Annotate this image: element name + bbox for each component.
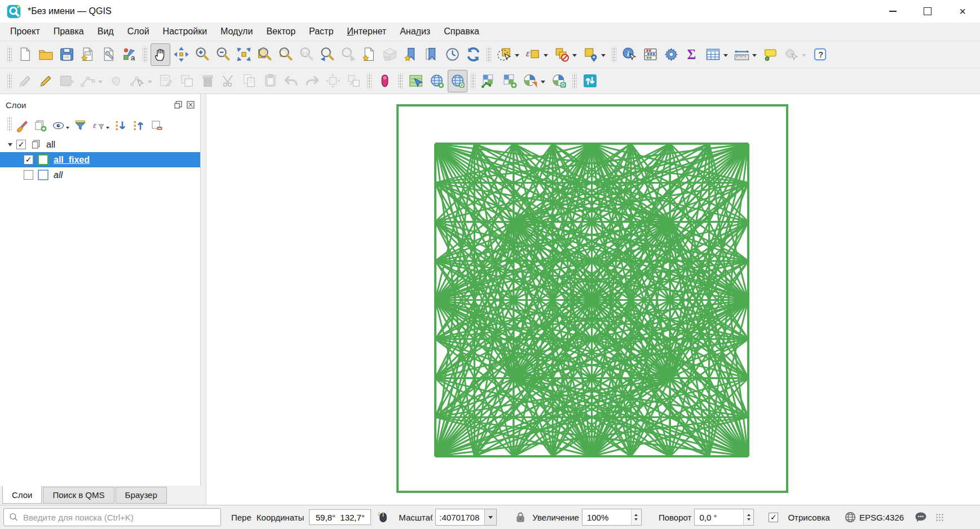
mouse-extents-icon[interactable] (376, 510, 390, 524)
rotation-input[interactable] (695, 509, 743, 525)
select-by-value-button[interactable] (581, 43, 608, 66)
add-group-button[interactable] (33, 114, 48, 134)
attribute-table-dropdown-icon[interactable] (723, 54, 728, 59)
db-source-dropdown-icon[interactable] (541, 81, 545, 86)
toolbar-grip[interactable] (487, 47, 491, 63)
toolbar-grip[interactable] (7, 47, 12, 63)
layer-visibility-checkbox[interactable] (24, 170, 33, 180)
pan-map-button[interactable] (151, 43, 170, 66)
menu-item-вектор[interactable]: Вектор (259, 24, 302, 39)
tab-слои[interactable]: Слои (2, 486, 42, 504)
coordinates-label[interactable]: Координаты (257, 513, 304, 522)
menu-item-вид[interactable]: Вид (91, 24, 121, 39)
menu-item-слой[interactable]: Слой (121, 24, 156, 39)
metasearch-button[interactable] (549, 70, 569, 92)
zoom-out-button[interactable] (213, 43, 233, 66)
add-raster-layer-button[interactable] (500, 70, 519, 92)
map-canvas[interactable] (206, 94, 980, 505)
pan-to-selection-button[interactable] (171, 43, 191, 66)
zoom-to-layer-button[interactable] (255, 43, 275, 66)
magnifier-spin-buttons[interactable] (631, 509, 641, 525)
measure-dropdown-icon[interactable] (752, 54, 757, 59)
render-checkbox[interactable]: ✓ (769, 513, 778, 522)
messages-icon[interactable] (914, 510, 928, 524)
menu-item-растр[interactable]: Растр (302, 24, 340, 39)
scale-combo[interactable]: :40701708 (435, 509, 497, 526)
web-services-button[interactable] (448, 70, 467, 92)
crs-label[interactable]: EPSG:4326 (859, 513, 904, 522)
processing-toolbox-button[interactable] (661, 43, 681, 66)
select-by-value-dropdown-icon[interactable] (601, 54, 606, 59)
zoom-to-selection-button[interactable] (276, 43, 295, 66)
zoom-in-button[interactable] (192, 43, 212, 66)
map-themes-dropdown-icon[interactable] (66, 127, 69, 131)
measure-button[interactable] (732, 43, 760, 66)
remove-layer-button[interactable] (149, 114, 165, 134)
add-bookmark-button[interactable] (401, 43, 421, 66)
scale-dropdown-button[interactable] (484, 509, 496, 525)
tab-браузер[interactable]: Браузер (116, 487, 167, 504)
statistical-summary-button[interactable]: Σ (682, 43, 702, 66)
save-project-button[interactable] (57, 43, 77, 66)
plugin-sort-updown-button[interactable] (580, 70, 600, 92)
menu-item-анализ[interactable]: Анализ (393, 24, 437, 39)
toolbar-grip[interactable] (7, 116, 12, 132)
layer-row-all[interactable]: all (0, 167, 200, 183)
attribute-table-button[interactable] (703, 43, 731, 66)
crs-globe-icon[interactable] (844, 510, 857, 524)
panel-splitter[interactable] (201, 94, 206, 505)
help-button[interactable]: ? (810, 43, 830, 66)
collapse-all-button[interactable] (131, 114, 147, 134)
toggle-editing-button[interactable] (36, 70, 56, 92)
identify-features-button[interactable]: i (620, 43, 639, 66)
style-dock-button[interactable] (15, 114, 30, 134)
minimize-button[interactable] (875, 0, 910, 23)
web-services-add-button[interactable] (427, 70, 447, 92)
db-source-button[interactable] (520, 70, 548, 92)
close-button[interactable]: × (945, 0, 980, 23)
search-input[interactable] (22, 512, 220, 523)
select-features-button[interactable] (495, 43, 522, 66)
deselect-all-dropdown-icon[interactable] (572, 54, 577, 59)
layer-row-all_fixed[interactable]: ✓all_fixed (0, 152, 200, 167)
select-features-dropdown-icon[interactable] (515, 54, 519, 59)
layer-symbology-swatch[interactable] (38, 170, 48, 180)
expander-icon[interactable] (8, 143, 12, 149)
menu-item-интернет[interactable]: Интернет (340, 24, 393, 39)
layout-manager-button[interactable] (99, 43, 118, 66)
layer-visibility-checkbox[interactable]: ✓ (24, 155, 33, 165)
deselect-all-button[interactable] (552, 43, 580, 66)
toolbar-grip[interactable] (143, 47, 147, 63)
toolbar-grip[interactable] (572, 73, 577, 89)
menu-item-проект[interactable]: Проект (3, 24, 47, 39)
toolbar-grip[interactable] (612, 47, 616, 63)
float-panel-button[interactable] (173, 100, 183, 110)
map-themes-button[interactable] (51, 114, 70, 134)
magnifier-input[interactable] (582, 509, 631, 525)
qms-search-button[interactable] (406, 70, 426, 92)
select-by-expression-button[interactable]: ε (523, 43, 551, 66)
toolbar-grip[interactable] (7, 73, 12, 89)
zoom-last-button[interactable] (317, 43, 337, 66)
show-bookmarks-button[interactable] (422, 43, 442, 66)
lock-icon[interactable] (514, 510, 527, 524)
menu-item-правка[interactable]: Правка (47, 24, 91, 39)
close-panel-button[interactable] (186, 100, 196, 110)
open-project-button[interactable] (36, 43, 56, 66)
toolbar-grip[interactable] (367, 73, 372, 89)
temporal-controller-button[interactable] (443, 43, 462, 66)
menu-item-модули[interactable]: Модули (214, 24, 259, 39)
zoom-full-button[interactable] (234, 43, 254, 66)
map-tips-button[interactable] (761, 43, 780, 66)
tab-поиск-в-qms[interactable]: Поиск в QMS (43, 487, 114, 504)
group-visibility-checkbox[interactable]: ✓ (16, 140, 26, 149)
filter-by-expression-button[interactable]: ε (91, 114, 111, 134)
layer-symbology-swatch[interactable] (38, 154, 48, 165)
filter-legend-button[interactable] (73, 114, 89, 134)
filter-by-expression-dropdown-icon[interactable] (106, 127, 109, 131)
maximize-button[interactable] (910, 0, 945, 23)
snapping-plugin-button[interactable] (375, 70, 395, 92)
field-calculator-button[interactable] (641, 43, 660, 66)
add-vector-layer-button[interactable] (479, 70, 498, 92)
select-by-expression-dropdown-icon[interactable] (544, 54, 548, 59)
